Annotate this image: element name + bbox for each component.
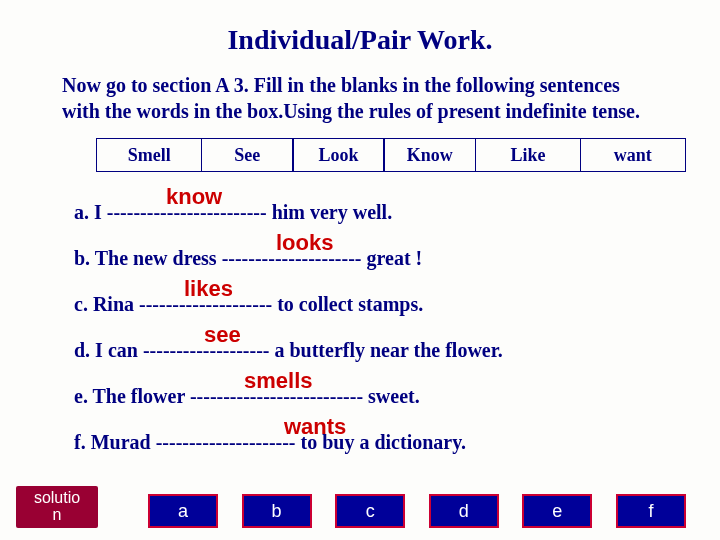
solution-button-label: solutio n	[34, 490, 80, 524]
answer-button-a[interactable]: a	[148, 494, 218, 528]
sentence-b: b. The new dress --------------------- g…	[74, 228, 682, 274]
answer-e: smells	[244, 368, 313, 394]
sentence-c: c. Rina -------------------- to collect …	[74, 274, 682, 320]
word-smell: Smell	[96, 138, 202, 172]
answer-a: know	[166, 184, 222, 210]
sentence-list: a. I ------------------------ him very w…	[74, 182, 682, 458]
word-box: Smell See Look Know Like want	[96, 138, 686, 172]
answer-button-b[interactable]: b	[242, 494, 312, 528]
answer-button-c[interactable]: c	[335, 494, 405, 528]
page-title: Individual/Pair Work.	[0, 0, 720, 72]
word-look: Look	[292, 138, 385, 172]
solution-button[interactable]: solutio n	[16, 486, 98, 528]
sentence-f: f. Murad --------------------- to buy a …	[74, 412, 682, 458]
word-know: Know	[383, 138, 476, 172]
word-like: Like	[475, 138, 581, 172]
sentence-f-text: f. Murad --------------------- to buy a …	[74, 431, 466, 454]
answer-d: see	[204, 322, 241, 348]
sentence-c-text: c. Rina -------------------- to collect …	[74, 293, 423, 316]
answer-button-f[interactable]: f	[616, 494, 686, 528]
word-see: See	[201, 138, 294, 172]
answer-button-row: a b c d e f	[148, 494, 686, 528]
sentence-d: d. I can ------------------- a butterfly…	[74, 320, 682, 366]
instructions-text: Now go to section A 3. Fill in the blank…	[0, 72, 720, 138]
answer-button-d[interactable]: d	[429, 494, 499, 528]
answer-c: likes	[184, 276, 233, 302]
answer-f: wants	[284, 414, 346, 440]
word-want: want	[580, 138, 686, 172]
sentence-b-text: b. The new dress --------------------- g…	[74, 247, 422, 270]
sentence-a-text: a. I ------------------------ him very w…	[74, 201, 392, 224]
answer-button-e[interactable]: e	[522, 494, 592, 528]
sentence-e: e. The flower --------------------------…	[74, 366, 682, 412]
sentence-d-text: d. I can ------------------- a butterfly…	[74, 339, 503, 362]
answer-b: looks	[276, 230, 333, 256]
sentence-a: a. I ------------------------ him very w…	[74, 182, 682, 228]
